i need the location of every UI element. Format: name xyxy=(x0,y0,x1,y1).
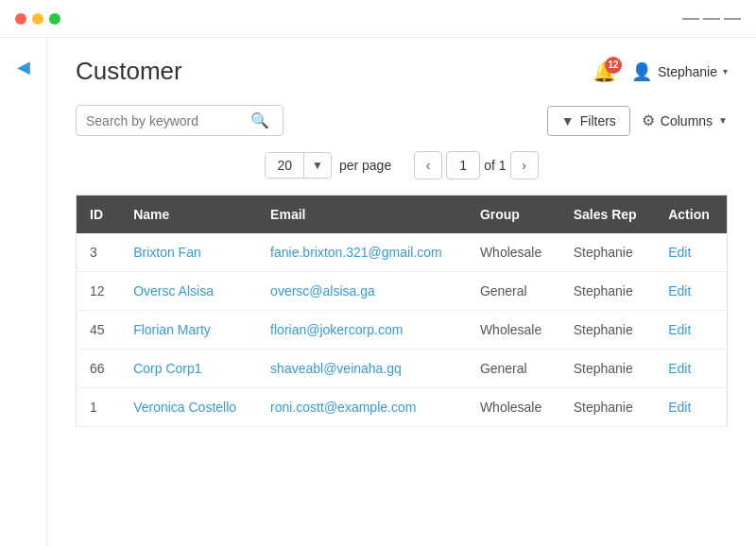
per-page-value: 20 xyxy=(266,153,304,178)
maximize-dot[interactable] xyxy=(49,13,60,25)
page-input[interactable] xyxy=(446,151,480,179)
sidebar: ◀ xyxy=(0,38,47,546)
cell-id: 3 xyxy=(77,233,121,272)
table-row: 12 Oversc Alsisa oversc@alsisa.ga Genera… xyxy=(77,272,728,311)
per-page-select: 20 ▼ xyxy=(265,152,331,179)
search-input[interactable] xyxy=(86,113,247,128)
cell-id: 12 xyxy=(77,272,121,311)
hamburger-line xyxy=(682,18,699,20)
cell-name: Corp Corp1 xyxy=(120,350,257,388)
columns-chevron-icon: ▼ xyxy=(718,115,728,126)
gear-icon: ⚙ xyxy=(642,111,655,129)
cell-group: General xyxy=(467,272,560,311)
table-row: 1 Veronica Costello roni.costt@example.c… xyxy=(77,388,728,427)
minimize-dot[interactable] xyxy=(32,13,43,25)
table-row: 66 Corp Corp1 shaveabl@veinaha.gq Genera… xyxy=(77,350,728,388)
table-header-row: ID Name Email Group Sales Rep Action xyxy=(77,196,728,234)
page-total-label: of 1 xyxy=(484,158,506,173)
table-row: 45 Florian Marty florian@jokercorp.com W… xyxy=(77,311,728,350)
edit-link[interactable]: Edit xyxy=(668,245,691,260)
table-row: 3 Brixton Fan fanie.brixton.321@gmail.co… xyxy=(77,233,728,272)
col-name: Name xyxy=(120,196,257,234)
notification-button[interactable]: 🔔 12 xyxy=(593,60,616,83)
cell-name: Veronica Costello xyxy=(120,388,257,427)
window-controls xyxy=(15,13,60,25)
header-actions: 🔔 12 👤 Stephanie ▾ xyxy=(593,60,728,83)
cell-sales-rep: Stephanie xyxy=(560,272,655,311)
edit-link[interactable]: Edit xyxy=(668,283,691,299)
user-menu-button[interactable]: 👤 Stephanie ▾ xyxy=(631,61,728,82)
cell-email: shaveabl@veinaha.gq xyxy=(257,350,467,388)
cell-id: 1 xyxy=(77,388,121,427)
cell-email: florian@jokercorp.com xyxy=(257,311,467,350)
col-action: Action xyxy=(655,196,727,234)
main-content: Customer 🔔 12 👤 Stephanie ▾ 🔍 xyxy=(47,38,756,546)
table-body: 3 Brixton Fan fanie.brixton.321@gmail.co… xyxy=(77,233,728,427)
per-page-label: per page xyxy=(339,158,391,173)
cell-id: 66 xyxy=(77,350,121,388)
notification-badge: 12 xyxy=(605,57,622,74)
page-title: Customer xyxy=(76,57,593,86)
edit-link[interactable]: Edit xyxy=(668,400,691,415)
cell-sales-rep: Stephanie xyxy=(560,388,655,427)
hamburger-line xyxy=(724,18,741,20)
search-icon: 🔍 xyxy=(250,111,269,129)
close-dot[interactable] xyxy=(15,13,26,25)
table-header: ID Name Email Group Sales Rep Action xyxy=(77,196,728,234)
sidebar-nav-icon[interactable]: ◀ xyxy=(17,57,30,77)
user-name-label: Stephanie xyxy=(658,64,717,79)
col-email: Email xyxy=(257,196,467,234)
cell-group: General xyxy=(467,350,560,388)
user-avatar-icon: 👤 xyxy=(631,61,652,82)
cell-action: Edit xyxy=(655,233,727,272)
cell-action: Edit xyxy=(655,350,727,388)
edit-link[interactable]: Edit xyxy=(668,361,691,376)
col-sales-rep: Sales Rep xyxy=(560,196,655,234)
cell-action: Edit xyxy=(655,388,727,427)
chevron-down-icon: ▾ xyxy=(723,66,728,77)
filters-label: Filters xyxy=(580,113,616,128)
cell-action: Edit xyxy=(655,272,727,311)
cell-email: oversc@alsisa.ga xyxy=(257,272,467,311)
page-header: Customer 🔔 12 👤 Stephanie ▾ xyxy=(76,57,728,86)
columns-label: Columns xyxy=(661,113,713,128)
col-id: ID xyxy=(77,196,121,234)
page-nav: ‹ of 1 › xyxy=(414,151,538,179)
cell-name: Florian Marty xyxy=(120,311,257,350)
pagination-row: 20 ▼ per page ‹ of 1 › xyxy=(76,151,728,179)
edit-link[interactable]: Edit xyxy=(668,322,691,337)
col-group: Group xyxy=(467,196,560,234)
cell-id: 45 xyxy=(77,311,121,350)
search-box: 🔍 xyxy=(76,105,284,136)
cell-name: Brixton Fan xyxy=(120,233,257,272)
columns-button[interactable]: ⚙ Columns ▼ xyxy=(642,111,728,129)
prev-page-button[interactable]: ‹ xyxy=(414,151,442,179)
filters-button[interactable]: ▼ Filters xyxy=(547,106,630,136)
next-page-button[interactable]: › xyxy=(510,151,539,179)
cell-group: Wholesale xyxy=(467,311,560,350)
hamburger-menu[interactable] xyxy=(682,16,741,22)
hamburger-line xyxy=(703,18,720,20)
cell-sales-rep: Stephanie xyxy=(560,233,655,272)
cell-sales-rep: Stephanie xyxy=(560,311,655,350)
cell-group: Wholesale xyxy=(467,233,560,272)
per-page-dropdown-button[interactable]: ▼ xyxy=(304,154,331,177)
cell-name: Oversc Alsisa xyxy=(120,272,257,311)
cell-email: fanie.brixton.321@gmail.com xyxy=(257,233,467,272)
cell-email: roni.costt@example.com xyxy=(257,388,467,427)
cell-action: Edit xyxy=(655,311,727,350)
toolbar-right: ▼ Filters ⚙ Columns ▼ xyxy=(547,106,728,136)
content-wrapper: ◀ Customer 🔔 12 👤 Stephanie ▾ � xyxy=(0,38,756,546)
title-bar xyxy=(0,0,756,38)
customer-table: ID Name Email Group Sales Rep Action 3 B… xyxy=(76,195,728,427)
cell-group: Wholesale xyxy=(467,388,560,427)
cell-sales-rep: Stephanie xyxy=(560,350,655,388)
toolbar: 🔍 ▼ Filters ⚙ Columns ▼ xyxy=(76,105,728,136)
filter-icon: ▼ xyxy=(561,113,575,128)
